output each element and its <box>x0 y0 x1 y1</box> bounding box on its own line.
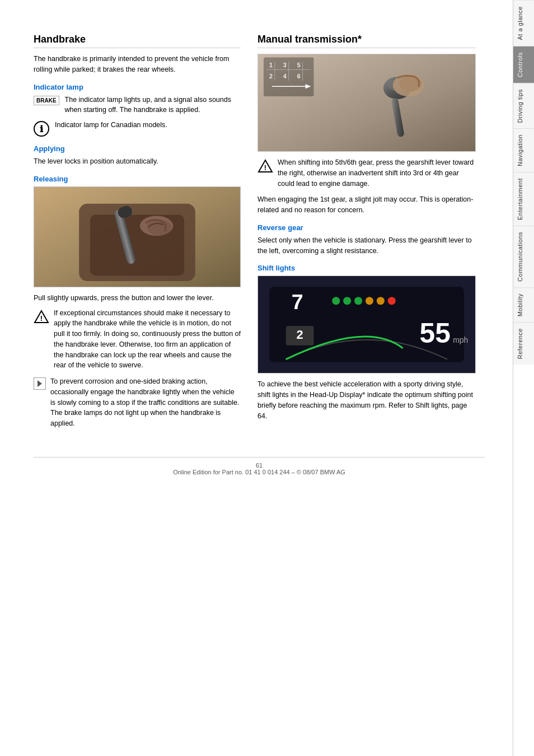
applying-title: Applying <box>34 144 241 153</box>
svg-text:7: 7 <box>292 290 303 314</box>
sidebar-tab-at-a-glance[interactable]: At a glance <box>513 0 534 46</box>
sidebar-tab-driving-tips[interactable]: Driving tips <box>513 83 534 128</box>
gear-warning-text: When shifting into 5th/6th gear, press t… <box>278 157 476 189</box>
handbrake-release-image <box>34 186 241 287</box>
svg-point-37 <box>354 297 362 305</box>
svg-point-35 <box>332 297 340 305</box>
gear-warning-triangle-icon: ! <box>257 158 273 174</box>
releasing-title: Releasing <box>34 175 241 183</box>
svg-text:2: 2 <box>269 73 273 80</box>
svg-text:1: 1 <box>269 62 273 68</box>
warning-text: If exceptional circumstances should make… <box>54 308 241 371</box>
note-box: To prevent corrosion and one-sided braki… <box>34 376 241 429</box>
shift-lights-body-text: To achieve the best vehicle acceleration… <box>257 380 473 419</box>
svg-text:!: ! <box>264 164 266 172</box>
sidebar-tab-entertainment[interactable]: Entertainment <box>513 172 534 226</box>
svg-point-36 <box>343 297 351 305</box>
page-number: 61 <box>256 462 263 469</box>
brake-description: The indicator lamp lights up, and a sign… <box>65 95 241 116</box>
releasing-text: Pull slightly upwards, press the button … <box>34 293 241 304</box>
gearshift-image: 1 3 5 2 4 6 <box>257 54 476 152</box>
sidebar-tab-reference[interactable]: Reference <box>513 322 534 365</box>
shift-lights-image: 55 mph 7 2 <box>257 276 476 374</box>
footer-text: Online Edition for Part no. 01 41 0 014 … <box>173 469 345 475</box>
shift-lights-text: To achieve the best vehicle acceleration… <box>257 379 476 421</box>
svg-point-6 <box>147 220 172 235</box>
sidebar-tab-mobility[interactable]: Mobility <box>513 287 534 322</box>
svg-point-39 <box>377 297 385 305</box>
brake-badge: BRAKE <box>34 96 59 105</box>
note-arrow-icon <box>34 377 46 390</box>
gear-warning-box: ! When shifting into 5th/6th gear, press… <box>257 157 476 189</box>
applying-text: The lever locks in position automaticall… <box>34 156 241 167</box>
gear-pattern: 1 3 5 2 4 6 <box>264 57 314 96</box>
svg-marker-9 <box>38 380 42 387</box>
gearshift-svg: 1 3 5 2 4 6 <box>258 54 475 152</box>
sidebar-tab-controls[interactable]: Controls <box>513 46 534 83</box>
svg-text:!: ! <box>40 314 43 323</box>
svg-text:2: 2 <box>297 328 303 342</box>
manual-transmission-title: Manual transmission* <box>257 34 476 48</box>
shift-lights-title: Shift lights <box>257 264 476 272</box>
svg-text:3: 3 <box>283 62 287 68</box>
indicator-lamp-title: Indicator lamp <box>34 83 241 91</box>
svg-text:mph: mph <box>453 335 468 344</box>
svg-point-38 <box>366 297 373 305</box>
svg-text:6: 6 <box>297 73 301 80</box>
svg-text:4: 4 <box>283 73 287 80</box>
handbrake-release-svg <box>34 187 240 287</box>
reverse-gear-text: Select only when the vehicle is stationa… <box>257 235 476 256</box>
shift-lights-svg: 55 mph 7 2 <box>258 276 475 374</box>
sidebar-tab-navigation[interactable]: Navigation <box>513 128 534 172</box>
manual-transmission-title-text: Manual transmission* <box>257 34 362 45</box>
canadian-label: Indicator lamp for Canadian models. <box>55 120 167 130</box>
canadian-indicator-box: ℹ Indicator lamp for Canadian models. <box>34 120 241 137</box>
note-text: To prevent corrosion and one-sided braki… <box>50 376 241 429</box>
sidebar-tab-communications[interactable]: Communications <box>513 226 534 287</box>
sidebar: At a glance Controls Driving tips Naviga… <box>513 0 534 756</box>
warning-triangle-icon: ! <box>34 309 49 325</box>
svg-point-40 <box>388 297 396 305</box>
brake-indicator-box: BRAKE The indicator lamp lights up, and … <box>34 95 241 116</box>
circle-i-icon: ℹ <box>34 121 49 137</box>
svg-text:55: 55 <box>420 318 451 349</box>
page-footer: 61 Online Edition for Part no. 01 41 0 0… <box>34 457 485 475</box>
handbrake-title: Handbrake <box>34 34 241 48</box>
reverse-gear-title: Reverse gear <box>257 223 476 232</box>
svg-text:5: 5 <box>297 62 301 68</box>
warning-box: ! If exceptional circumstances should ma… <box>34 308 241 371</box>
handbrake-intro: The handbrake is primarily intended to p… <box>34 54 241 75</box>
gear-note-2: When engaging the 1st gear, a slight jol… <box>257 194 476 216</box>
